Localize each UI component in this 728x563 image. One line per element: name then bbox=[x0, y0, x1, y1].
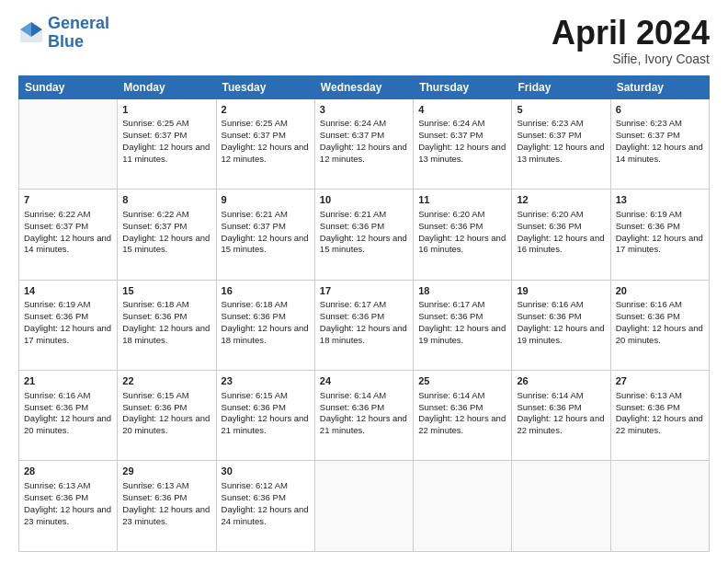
calendar-subtitle: Sifie, Ivory Coast bbox=[552, 52, 710, 66]
sunset-text: Sunset: 6:37 PM bbox=[517, 130, 581, 140]
day-number: 17 bbox=[320, 284, 408, 298]
daylight-text: Daylight: 12 hours and 22 minutes. bbox=[418, 413, 506, 435]
table-row: 29Sunrise: 6:13 AMSunset: 6:36 PMDayligh… bbox=[118, 461, 216, 552]
table-row: 4Sunrise: 6:24 AMSunset: 6:37 PMDaylight… bbox=[414, 98, 512, 189]
daylight-text: Daylight: 12 hours and 13 minutes. bbox=[418, 142, 506, 164]
sunrise-text: Sunrise: 6:21 AM bbox=[222, 209, 288, 219]
day-number: 26 bbox=[517, 374, 605, 388]
col-thursday: Thursday bbox=[414, 75, 512, 98]
sunrise-text: Sunrise: 6:13 AM bbox=[24, 480, 90, 490]
table-row: 26Sunrise: 6:14 AMSunset: 6:36 PMDayligh… bbox=[512, 371, 610, 461]
daylight-text: Daylight: 12 hours and 20 minutes. bbox=[24, 413, 111, 435]
table-row bbox=[610, 461, 709, 552]
daylight-text: Daylight: 12 hours and 17 minutes. bbox=[24, 323, 111, 345]
day-number: 7 bbox=[24, 193, 112, 207]
table-row: 11Sunrise: 6:20 AMSunset: 6:36 PMDayligh… bbox=[414, 190, 512, 280]
daylight-text: Daylight: 12 hours and 17 minutes. bbox=[616, 233, 703, 255]
sunset-text: Sunset: 6:36 PM bbox=[320, 402, 384, 412]
sunrise-text: Sunrise: 6:19 AM bbox=[24, 299, 90, 309]
calendar-week-row: 28Sunrise: 6:13 AMSunset: 6:36 PMDayligh… bbox=[19, 461, 710, 552]
logo-text: General Blue bbox=[48, 15, 109, 52]
sunrise-text: Sunrise: 6:19 AM bbox=[616, 209, 682, 219]
day-number: 19 bbox=[517, 284, 605, 298]
sunset-text: Sunset: 6:36 PM bbox=[418, 311, 483, 321]
calendar-title: April 2024 bbox=[552, 15, 710, 52]
day-number: 8 bbox=[122, 193, 210, 207]
table-row: 17Sunrise: 6:17 AMSunset: 6:36 PMDayligh… bbox=[314, 280, 413, 370]
sunset-text: Sunset: 6:36 PM bbox=[517, 311, 581, 321]
daylight-text: Daylight: 12 hours and 15 minutes. bbox=[222, 233, 309, 255]
sunset-text: Sunset: 6:36 PM bbox=[517, 402, 581, 412]
daylight-text: Daylight: 12 hours and 20 minutes. bbox=[616, 323, 703, 345]
page: General Blue April 2024 Sifie, Ivory Coa… bbox=[0, 0, 728, 563]
table-row: 24Sunrise: 6:14 AMSunset: 6:36 PMDayligh… bbox=[314, 371, 413, 461]
table-row: 15Sunrise: 6:18 AMSunset: 6:36 PMDayligh… bbox=[118, 280, 216, 370]
sunrise-text: Sunrise: 6:20 AM bbox=[418, 209, 484, 219]
calendar-table: Sunday Monday Tuesday Wednesday Thursday… bbox=[18, 75, 710, 552]
table-row: 10Sunrise: 6:21 AMSunset: 6:36 PMDayligh… bbox=[314, 190, 413, 280]
sunset-text: Sunset: 6:36 PM bbox=[616, 311, 680, 321]
daylight-text: Daylight: 12 hours and 15 minutes. bbox=[320, 233, 407, 255]
day-number: 30 bbox=[222, 465, 310, 478]
table-row: 20Sunrise: 6:16 AMSunset: 6:36 PMDayligh… bbox=[610, 280, 709, 370]
table-row: 8Sunrise: 6:22 AMSunset: 6:37 PMDaylight… bbox=[118, 190, 216, 280]
sunset-text: Sunset: 6:37 PM bbox=[418, 130, 483, 140]
sunrise-text: Sunrise: 6:13 AM bbox=[122, 480, 188, 490]
sunrise-text: Sunrise: 6:22 AM bbox=[24, 209, 90, 219]
daylight-text: Daylight: 12 hours and 11 minutes. bbox=[122, 142, 210, 164]
daylight-text: Daylight: 12 hours and 15 minutes. bbox=[122, 233, 210, 255]
table-row: 12Sunrise: 6:20 AMSunset: 6:36 PMDayligh… bbox=[512, 190, 610, 280]
day-number: 5 bbox=[517, 103, 605, 117]
daylight-text: Daylight: 12 hours and 19 minutes. bbox=[517, 323, 604, 345]
sunrise-text: Sunrise: 6:23 AM bbox=[616, 118, 682, 128]
table-row: 14Sunrise: 6:19 AMSunset: 6:36 PMDayligh… bbox=[19, 280, 118, 370]
daylight-text: Daylight: 12 hours and 12 minutes. bbox=[320, 142, 407, 164]
day-number: 4 bbox=[418, 103, 506, 117]
sunrise-text: Sunrise: 6:14 AM bbox=[320, 390, 386, 400]
table-row: 9Sunrise: 6:21 AMSunset: 6:37 PMDaylight… bbox=[216, 190, 314, 280]
table-row bbox=[19, 98, 118, 189]
col-wednesday: Wednesday bbox=[314, 75, 413, 98]
sunrise-text: Sunrise: 6:13 AM bbox=[616, 390, 682, 400]
sunrise-text: Sunrise: 6:21 AM bbox=[320, 209, 386, 219]
daylight-text: Daylight: 12 hours and 18 minutes. bbox=[122, 323, 210, 345]
table-row: 28Sunrise: 6:13 AMSunset: 6:36 PMDayligh… bbox=[19, 461, 118, 552]
col-tuesday: Tuesday bbox=[216, 75, 314, 98]
logo-icon bbox=[18, 20, 44, 46]
col-sunday: Sunday bbox=[19, 75, 118, 98]
table-row bbox=[314, 461, 413, 552]
sunrise-text: Sunrise: 6:23 AM bbox=[517, 118, 583, 128]
calendar-week-row: 14Sunrise: 6:19 AMSunset: 6:36 PMDayligh… bbox=[19, 280, 710, 370]
daylight-text: Daylight: 12 hours and 23 minutes. bbox=[122, 504, 210, 526]
sunset-text: Sunset: 6:37 PM bbox=[222, 221, 286, 231]
table-row: 2Sunrise: 6:25 AMSunset: 6:37 PMDaylight… bbox=[216, 98, 314, 189]
calendar-header-row: Sunday Monday Tuesday Wednesday Thursday… bbox=[19, 75, 710, 98]
day-number: 25 bbox=[418, 374, 506, 388]
table-row: 16Sunrise: 6:18 AMSunset: 6:36 PMDayligh… bbox=[216, 280, 314, 370]
table-row: 21Sunrise: 6:16 AMSunset: 6:36 PMDayligh… bbox=[19, 371, 118, 461]
day-number: 22 bbox=[122, 374, 210, 388]
sunrise-text: Sunrise: 6:12 AM bbox=[222, 480, 288, 490]
daylight-text: Daylight: 12 hours and 14 minutes. bbox=[616, 142, 703, 164]
sunset-text: Sunset: 6:36 PM bbox=[222, 492, 286, 502]
day-number: 21 bbox=[24, 374, 112, 388]
table-row: 13Sunrise: 6:19 AMSunset: 6:36 PMDayligh… bbox=[610, 190, 709, 280]
sunset-text: Sunset: 6:37 PM bbox=[616, 130, 680, 140]
sunset-text: Sunset: 6:36 PM bbox=[24, 402, 88, 412]
daylight-text: Daylight: 12 hours and 18 minutes. bbox=[222, 323, 309, 345]
sunset-text: Sunset: 6:36 PM bbox=[222, 311, 286, 321]
sunrise-text: Sunrise: 6:14 AM bbox=[418, 390, 484, 400]
day-number: 24 bbox=[320, 374, 408, 388]
day-number: 11 bbox=[418, 193, 506, 207]
table-row: 5Sunrise: 6:23 AMSunset: 6:37 PMDaylight… bbox=[512, 98, 610, 189]
table-row: 3Sunrise: 6:24 AMSunset: 6:37 PMDaylight… bbox=[314, 98, 413, 189]
day-number: 16 bbox=[222, 284, 310, 298]
sunset-text: Sunset: 6:37 PM bbox=[320, 130, 384, 140]
sunrise-text: Sunrise: 6:22 AM bbox=[122, 209, 188, 219]
day-number: 15 bbox=[122, 284, 210, 298]
sunrise-text: Sunrise: 6:17 AM bbox=[320, 299, 386, 309]
day-number: 18 bbox=[418, 284, 506, 298]
table-row: 30Sunrise: 6:12 AMSunset: 6:36 PMDayligh… bbox=[216, 461, 314, 552]
table-row: 6Sunrise: 6:23 AMSunset: 6:37 PMDaylight… bbox=[610, 98, 709, 189]
day-number: 9 bbox=[222, 193, 310, 207]
